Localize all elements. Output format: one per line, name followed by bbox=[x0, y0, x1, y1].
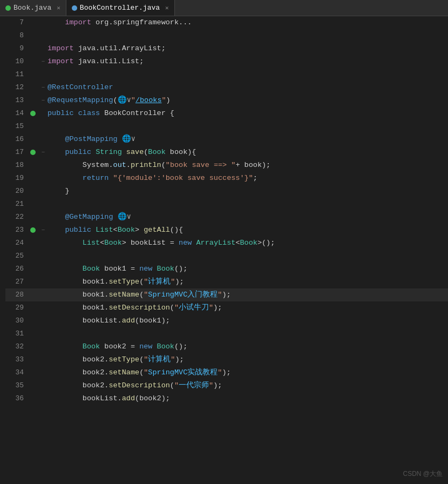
code-area[interactable]: 7 import org.springframework... 8 9 impo… bbox=[0, 16, 448, 484]
fold-cell bbox=[39, 275, 47, 288]
table-row: 26 Book book1 = new Book(); bbox=[5, 263, 448, 275]
gutter-cell bbox=[27, 133, 39, 146]
gutter-cell bbox=[27, 250, 39, 263]
gutter-cell bbox=[27, 288, 39, 301]
gutter-cell bbox=[27, 301, 39, 314]
fold-cell bbox=[39, 120, 47, 133]
code-line: @RestController bbox=[47, 81, 448, 94]
line-number: 16 bbox=[5, 133, 27, 146]
fold-cell bbox=[39, 392, 47, 405]
code-line: import org.springframework... bbox=[47, 16, 448, 29]
breakpoint-dot[interactable] bbox=[30, 111, 36, 116]
table-row: 24 List<Book> bookList = new ArrayList<B… bbox=[5, 237, 448, 250]
gutter-cell bbox=[27, 146, 39, 159]
gutter-cell bbox=[27, 198, 39, 211]
line-number: 19 bbox=[5, 172, 27, 185]
table-row: 29 book1.setDescription("小试牛刀"); bbox=[5, 301, 448, 314]
code-line: @RequestMapping(🌐∨"/books") bbox=[47, 94, 448, 107]
gutter-cell bbox=[27, 16, 39, 29]
code-line: book1.setType("计算机"); bbox=[47, 275, 448, 288]
fold-cell bbox=[39, 327, 47, 340]
fold-cell: − bbox=[39, 81, 47, 94]
table-row: 7 import org.springframework... bbox=[5, 16, 448, 29]
fold-cell bbox=[39, 133, 47, 146]
fold-cell bbox=[39, 68, 47, 81]
fold-cell bbox=[39, 250, 47, 263]
gutter-cell bbox=[27, 94, 39, 107]
code-line: @GetMapping 🌐∨ bbox=[47, 211, 448, 224]
code-line: bookList.add(book1); bbox=[47, 314, 448, 327]
fold-cell bbox=[39, 366, 47, 379]
tab-close-book[interactable]: ✕ bbox=[57, 4, 60, 11]
code-line bbox=[47, 29, 448, 42]
code-line: public String save(Book book){ bbox=[47, 146, 448, 159]
gutter-cell bbox=[27, 42, 39, 55]
code-line: book1.setName("SpringMVC入门教程"); bbox=[47, 288, 448, 301]
line-number: 8 bbox=[5, 29, 27, 42]
line-number: 24 bbox=[5, 237, 27, 250]
fold-cell bbox=[39, 159, 47, 172]
line-number: 36 bbox=[5, 392, 27, 405]
table-row: 33 book2.setType("计算机"); bbox=[5, 353, 448, 366]
fold-cell bbox=[39, 211, 47, 224]
code-line: book2.setName("SpringMVC实战教程"); bbox=[47, 366, 448, 379]
tab-bar: Book.java ✕ BookController.java ✕ bbox=[0, 0, 448, 16]
breakpoint-dot[interactable] bbox=[30, 227, 36, 233]
table-row: 18 System.out.println("book save ==> "+ … bbox=[5, 159, 448, 172]
fold-cell bbox=[39, 263, 47, 275]
code-line bbox=[47, 327, 448, 340]
tab-close-bookcontroller[interactable]: ✕ bbox=[165, 4, 169, 11]
code-line: bookList.add(book2); bbox=[47, 392, 448, 405]
fold-cell: − bbox=[39, 146, 47, 159]
line-number: 28 bbox=[5, 288, 27, 301]
table-row: 14 public class BookController { bbox=[5, 107, 448, 120]
code-line: Book book2 = new Book(); bbox=[47, 340, 448, 353]
gutter-cell bbox=[27, 353, 39, 366]
code-line: public List<Book> getAll(){ bbox=[47, 224, 448, 237]
line-number: 18 bbox=[5, 159, 27, 172]
line-number: 22 bbox=[5, 211, 27, 224]
table-row: 31 bbox=[5, 327, 448, 340]
fold-cell bbox=[39, 314, 47, 327]
table-row: 32 Book book2 = new Book(); bbox=[5, 340, 448, 353]
table-row: 13 − @RequestMapping(🌐∨"/books") bbox=[5, 94, 448, 107]
line-number: 9 bbox=[5, 42, 27, 55]
line-number: 27 bbox=[5, 275, 27, 288]
fold-cell: − bbox=[39, 94, 47, 107]
fold-cell: − bbox=[39, 55, 47, 68]
fold-cell bbox=[39, 107, 47, 120]
line-number: 23 bbox=[5, 224, 27, 237]
fold-cell bbox=[39, 198, 47, 211]
line-number: 33 bbox=[5, 353, 27, 366]
code-line: return "{'module':'book save success'}"; bbox=[47, 172, 448, 185]
table-row: 19 return "{'module':'book save success'… bbox=[5, 172, 448, 185]
tab-label-book: Book.java bbox=[13, 4, 51, 12]
line-number: 11 bbox=[5, 68, 27, 81]
line-number: 7 bbox=[5, 16, 27, 29]
table-row: 28 book1.setName("SpringMVC入门教程"); bbox=[5, 288, 448, 301]
gutter-cell bbox=[27, 159, 39, 172]
fold-cell bbox=[39, 16, 47, 29]
table-row: 15 bbox=[5, 120, 448, 133]
gutter-cell bbox=[27, 185, 39, 198]
line-number: 12 bbox=[5, 81, 27, 94]
gutter-cell bbox=[27, 237, 39, 250]
code-line: import java.util.ArrayList; bbox=[47, 42, 448, 55]
table-row: 20 } bbox=[5, 185, 448, 198]
tab-bookcontroller-java[interactable]: BookController.java ✕ bbox=[66, 0, 175, 16]
tab-book-java[interactable]: Book.java ✕ bbox=[0, 0, 66, 16]
fold-cell bbox=[39, 172, 47, 185]
line-number: 15 bbox=[5, 120, 27, 133]
fold-cell bbox=[39, 340, 47, 353]
gutter-cell bbox=[27, 392, 39, 405]
line-number: 35 bbox=[5, 379, 27, 392]
gutter-cell bbox=[27, 211, 39, 224]
code-line bbox=[47, 198, 448, 211]
gutter-cell bbox=[27, 314, 39, 327]
code-line bbox=[47, 68, 448, 81]
gutter-cell bbox=[27, 340, 39, 353]
gutter-cell bbox=[27, 172, 39, 185]
fold-cell bbox=[39, 288, 47, 301]
breakpoint-dot[interactable] bbox=[30, 150, 36, 155]
table-row: 35 book2.setDescription("一代宗师"); bbox=[5, 379, 448, 392]
